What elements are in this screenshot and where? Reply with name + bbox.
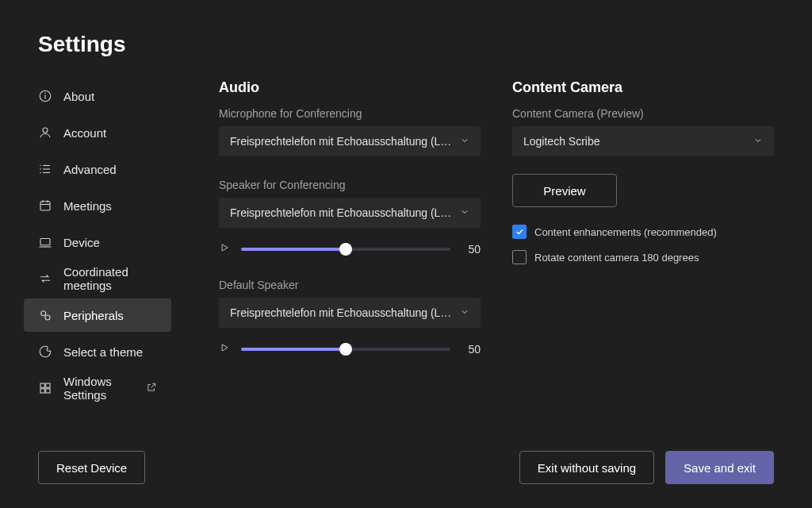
- sidebar-item-advanced[interactable]: Advanced: [24, 152, 171, 186]
- default-speaker-select[interactable]: Freisprechtelefon mit Echoausschaltung (…: [219, 298, 481, 328]
- sidebar-item-account[interactable]: Account: [24, 116, 171, 149]
- svg-rect-20: [40, 389, 44, 393]
- svg-point-17: [45, 315, 50, 320]
- settings-sidebar: About Account Advanced Meetings: [24, 79, 171, 435]
- camera-heading: Content Camera: [512, 79, 774, 96]
- sidebar-item-meetings[interactable]: Meetings: [24, 189, 171, 222]
- camera-label: Content Camera (Preview): [512, 107, 774, 120]
- default-speaker-volume-slider[interactable]: [241, 348, 450, 351]
- sidebar-item-peripherals[interactable]: Peripherals: [24, 298, 171, 332]
- sidebar-item-label: Advanced: [63, 163, 117, 176]
- sidebar-item-label: Coordinated meetings: [63, 265, 157, 292]
- sidebar-item-select-theme[interactable]: Select a theme: [24, 335, 171, 368]
- svg-point-2: [44, 93, 46, 94]
- microphone-select[interactable]: Freisprechtelefon mit Echoausschaltung (…: [219, 126, 481, 156]
- content-enhancements-label: Content enhancements (recommended): [534, 226, 717, 238]
- speaker-volume-value: 50: [462, 243, 481, 256]
- camera-select[interactable]: Logitech Scribe: [512, 126, 774, 156]
- svg-rect-21: [46, 389, 50, 393]
- sidebar-item-label: Account: [63, 126, 106, 140]
- rotate-camera-row: Rotate content camera 180 degrees: [512, 250, 774, 264]
- svg-point-9: [40, 172, 41, 174]
- content-enhancements-row: Content enhancements (recommended): [512, 225, 774, 239]
- reset-device-button[interactable]: Reset Device: [38, 451, 145, 484]
- rotate-camera-label: Rotate content camera 180 degrees: [534, 252, 699, 264]
- footer: Reset Device Exit without saving Save an…: [38, 435, 774, 484]
- camera-value: Logitech Scribe: [523, 135, 600, 148]
- default-speaker-value: Freisprechtelefon mit Echoausschaltung (…: [230, 306, 452, 319]
- audio-section: Audio Microphone for Conferencing Freisp…: [219, 79, 481, 435]
- calendar-icon: [38, 198, 52, 213]
- speaker-select[interactable]: Freisprechtelefon mit Echoausschaltung (…: [219, 198, 481, 228]
- svg-rect-18: [40, 383, 44, 387]
- play-icon[interactable]: [219, 242, 230, 256]
- microphone-label: Microphone for Conferencing: [219, 107, 481, 120]
- sidebar-item-label: Windows Settings: [63, 375, 135, 402]
- speaker-volume-row: 50: [219, 242, 481, 256]
- sidebar-item-windows-settings[interactable]: Windows Settings: [24, 371, 171, 405]
- windows-icon: [38, 381, 52, 395]
- default-speaker-volume-row: 50: [219, 342, 481, 356]
- default-speaker-volume-value: 50: [462, 343, 481, 356]
- chevron-down-icon: [460, 206, 469, 219]
- svg-point-7: [40, 165, 41, 167]
- sidebar-item-label: Device: [63, 236, 100, 249]
- exit-without-saving-button[interactable]: Exit without saving: [519, 451, 654, 484]
- sync-icon: [38, 271, 52, 286]
- theme-icon: [38, 344, 52, 359]
- account-icon: [38, 125, 52, 140]
- svg-rect-14: [40, 239, 50, 245]
- chevron-down-icon: [460, 306, 469, 319]
- speaker-volume-slider[interactable]: [241, 248, 450, 251]
- sidebar-item-label: About: [63, 90, 94, 103]
- content-enhancements-checkbox[interactable]: [512, 225, 527, 239]
- list-icon: [38, 162, 52, 176]
- svg-point-3: [43, 128, 48, 133]
- sidebar-item-label: Select a theme: [63, 345, 143, 359]
- external-link-icon: [146, 382, 157, 395]
- play-icon[interactable]: [219, 342, 230, 356]
- chevron-down-icon: [460, 135, 469, 148]
- speaker-value: Freisprechtelefon mit Echoausschaltung (…: [230, 206, 452, 219]
- svg-point-8: [40, 168, 41, 170]
- save-and-exit-button[interactable]: Save and exit: [665, 451, 774, 484]
- sidebar-item-device[interactable]: Device: [24, 225, 171, 259]
- svg-point-16: [41, 311, 46, 316]
- default-speaker-label: Default Speaker: [219, 279, 481, 291]
- device-icon: [38, 235, 52, 249]
- rotate-camera-checkbox[interactable]: [512, 250, 527, 264]
- page-title: Settings: [38, 32, 774, 57]
- sidebar-item-label: Meetings: [63, 199, 112, 213]
- svg-rect-19: [46, 383, 50, 387]
- info-icon: [38, 89, 52, 103]
- chevron-down-icon: [753, 135, 763, 148]
- preview-button[interactable]: Preview: [512, 174, 617, 207]
- sidebar-item-about[interactable]: About: [24, 79, 171, 113]
- audio-heading: Audio: [219, 79, 481, 96]
- sidebar-item-label: Peripherals: [63, 309, 124, 322]
- content-camera-section: Content Camera Content Camera (Preview) …: [512, 79, 774, 435]
- svg-rect-10: [40, 202, 50, 210]
- peripherals-icon: [38, 308, 52, 322]
- speaker-label: Speaker for Conferencing: [219, 179, 481, 191]
- microphone-value: Freisprechtelefon mit Echoausschaltung (…: [230, 135, 452, 148]
- sidebar-item-coordinated-meetings[interactable]: Coordinated meetings: [24, 262, 171, 295]
